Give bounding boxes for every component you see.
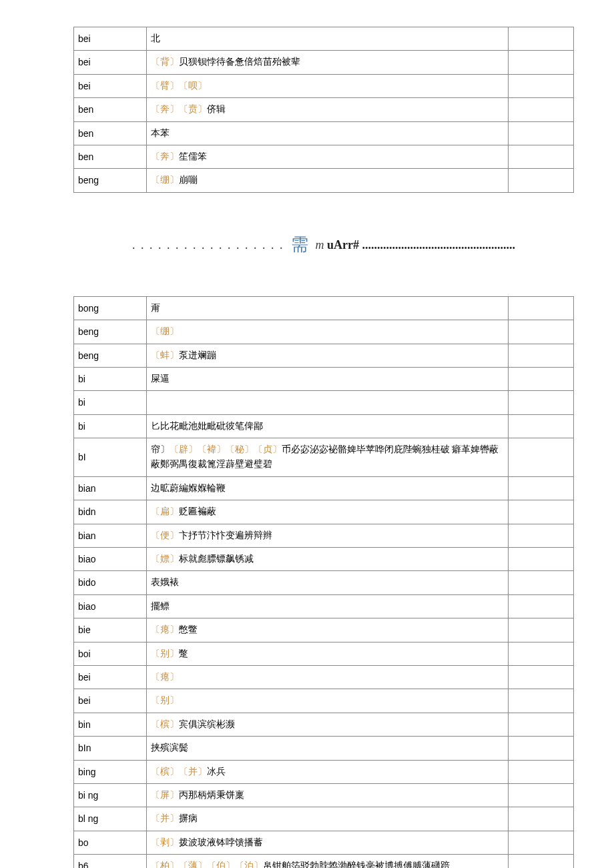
table-row: beng〔蚌〕泵迸斓蹦: [74, 344, 574, 367]
pinyin-cell: bei: [74, 74, 147, 97]
chars-cell: 〔背〕贝狈钡悖待备惫倍焙苗殆被辈: [146, 51, 508, 74]
chars-cell: [146, 391, 508, 414]
table-row: beng〔绷〕崩嘣: [74, 169, 574, 192]
pinyin-cell: bl ng: [74, 807, 147, 831]
chars-cell: 〔瘪〕: [146, 665, 508, 689]
extra-cell: [509, 689, 574, 713]
pinyin-cell: bei: [74, 665, 147, 689]
middle-char: 需: [287, 235, 312, 254]
pinyin-cell: bi: [74, 391, 147, 414]
chars-cell: 〔并〕摒病: [146, 807, 508, 831]
table-row: bian边昿蔚編媬媬輪鞭: [74, 476, 574, 500]
pinyin-cell: beng: [74, 344, 147, 367]
pinyin-cell: bIn: [74, 737, 147, 760]
pinyin-table-1: bei北bei〔背〕贝狈钡悖待备惫倍焙苗殆被辈bei〔臂〕〔呗〕ben〔奔〕〔贲…: [73, 27, 574, 193]
pinyin-cell: bian: [74, 476, 147, 500]
extra-cell: [509, 618, 574, 642]
chars-cell: 北: [146, 27, 508, 51]
extra-cell: [509, 121, 574, 145]
dots-right: ........................................…: [362, 238, 516, 252]
table-row: biao擺鳔: [74, 594, 574, 618]
pinyin-cell: b6: [74, 855, 147, 868]
chars-cell: 〔绷〕崩嘣: [146, 169, 508, 192]
table-row: bIn挟殡滨鬓: [74, 737, 574, 760]
extra-cell: [509, 665, 574, 689]
extra-cell: [509, 524, 574, 547]
table-row: bi屎逼: [74, 367, 574, 390]
table-row: ben本苯: [74, 121, 574, 145]
chars-cell: 〔槟〕〔并〕冰兵: [146, 760, 508, 783]
extra-cell: [509, 320, 574, 344]
chars-cell: 〔槟〕宾俱滨缤彬濒: [146, 713, 508, 736]
pinyin-cell: bei: [74, 51, 147, 74]
extra-cell: [509, 391, 574, 414]
middle-divider: . . . . . . . . . . . . . . . . . . 需 m …: [73, 233, 574, 256]
extra-cell: [509, 344, 574, 367]
chars-cell: 〔奔〕〔贲〕侪辑: [146, 98, 508, 121]
pinyin-table-2: bong甭beng〔绷〕beng〔蚌〕泵迸斓蹦bi屎逼bibi匕比花毗池妣毗砒彼…: [73, 296, 574, 868]
table-row: bian〔便〕卞抒节汴忭变遍辨辩辫: [74, 524, 574, 547]
table-row: ben〔奔〕笙儒笨: [74, 145, 574, 168]
page: bei北bei〔背〕贝狈钡悖待备惫倍焙苗殆被辈bei〔臂〕〔呗〕ben〔奔〕〔贲…: [0, 0, 614, 868]
extra-cell: [509, 855, 574, 868]
extra-cell: [509, 367, 574, 390]
extra-cell: [509, 760, 574, 783]
chars-cell: 〔扁〕贬匾褊蔽: [146, 500, 508, 524]
table-row: bin〔槟〕宾俱滨缤彬濒: [74, 713, 574, 736]
pinyin-cell: bidn: [74, 500, 147, 524]
chars-cell: 边昿蔚編媬媬輪鞭: [146, 476, 508, 500]
pinyin-cell: boi: [74, 642, 147, 665]
table-row: bei〔瘪〕: [74, 665, 574, 689]
extra-cell: [509, 831, 574, 854]
extra-cell: [509, 98, 574, 121]
table-row: bl ng〔并〕摒病: [74, 807, 574, 831]
pinyin-cell: bi ng: [74, 783, 147, 807]
extra-cell: [509, 807, 574, 831]
pinyin-cell: bian: [74, 524, 147, 547]
table-row: bI帘〕〔辟〕〔褘〕〔秘〕〔贞〕币必宓泌宓袐骼婢毕苹哗闭庇陛蜿独桂破 癖革婢轡蔽…: [74, 438, 574, 477]
pinyin-cell: bei: [74, 689, 147, 713]
pinyin-cell: bo: [74, 831, 147, 854]
middle-bold: uArr#: [327, 238, 359, 252]
chars-cell: 〔别〕蹩: [146, 642, 508, 665]
pinyin-cell: biao: [74, 594, 147, 618]
pinyin-cell: bido: [74, 571, 147, 594]
pinyin-cell: bi: [74, 367, 147, 390]
chars-cell: 帘〕〔辟〕〔褘〕〔秘〕〔贞〕币必宓泌宓袐骼婢毕苹哗闭庇陛蜿独桂破 癖革婢轡蔽蔽鄭…: [146, 438, 508, 477]
chars-cell: 本苯: [146, 121, 508, 145]
extra-cell: [509, 500, 574, 524]
table-row: beng〔绷〕: [74, 320, 574, 344]
table-row: bi ng〔屏〕丙那柄炳秉饼稟: [74, 783, 574, 807]
extra-cell: [509, 594, 574, 618]
chars-cell: 〔蚌〕泵迸斓蹦: [146, 344, 508, 367]
extra-cell: [509, 74, 574, 97]
extra-cell: [509, 438, 574, 477]
chars-cell: 挟殡滨鬓: [146, 737, 508, 760]
pinyin-cell: bie: [74, 618, 147, 642]
extra-cell: [509, 27, 574, 51]
chars-cell: 表娥裱: [146, 571, 508, 594]
chars-cell: 〔别〕: [146, 689, 508, 713]
table-row: boi〔别〕蹩: [74, 642, 574, 665]
table-row: ben〔奔〕〔贲〕侪辑: [74, 98, 574, 121]
chars-cell: 甭: [146, 296, 508, 320]
chars-cell: 〔柏〕〔薄〕〔伯〕〔泊〕帛钳舶箔驳勃脖鹁渤醉钱毫被博搏傅膊薄礴踣: [146, 855, 508, 868]
extra-cell: [509, 169, 574, 192]
extra-cell: [509, 783, 574, 807]
table-row: bido表娥裱: [74, 571, 574, 594]
pinyin-cell: bI: [74, 438, 147, 477]
chars-cell: 〔剥〕拨波玻液钵哱馈播蓄: [146, 831, 508, 854]
table-row: bo〔剥〕拨波玻液钵哱馈播蓄: [74, 831, 574, 854]
table-row: bi匕比花毗池妣毗砒彼笔俾鄙: [74, 414, 574, 438]
pinyin-cell: biao: [74, 548, 147, 571]
extra-cell: [509, 296, 574, 320]
table-row: bei〔臂〕〔呗〕: [74, 74, 574, 97]
chars-cell: 〔屏〕丙那柄炳秉饼稟: [146, 783, 508, 807]
table-row: bei〔背〕贝狈钡悖待备惫倍焙苗殆被辈: [74, 51, 574, 74]
pinyin-cell: beng: [74, 169, 147, 192]
middle-italic: m: [316, 238, 324, 252]
table-row: b6〔柏〕〔薄〕〔伯〕〔泊〕帛钳舶箔驳勃脖鹁渤醉钱毫被博搏傅膊薄礴踣: [74, 855, 574, 868]
extra-cell: [509, 414, 574, 438]
extra-cell: [509, 145, 574, 168]
chars-cell: 〔瘪〕憋鳖: [146, 618, 508, 642]
